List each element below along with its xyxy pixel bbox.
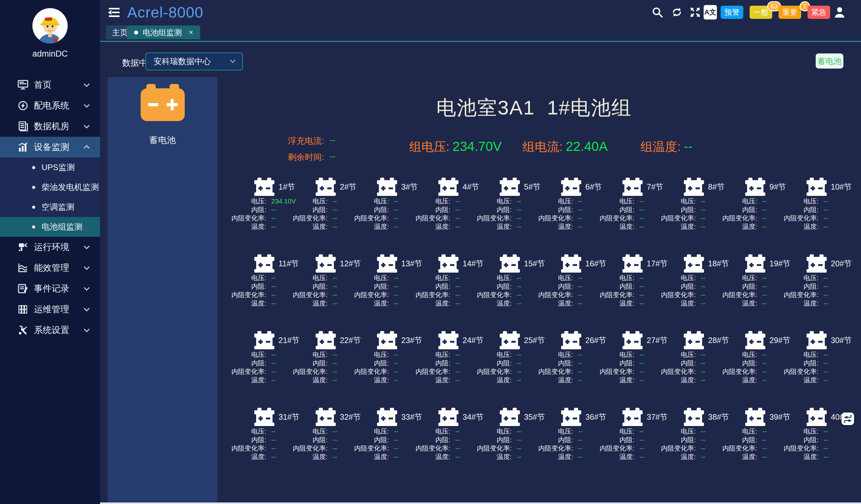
battery-cell[interactable]: 9#节 电压: -- 内阻: -- 内阻变化率: -- 温度: --	[727, 176, 788, 252]
battery-cell[interactable]: 2#节 电压: -- 内阻: -- 内阻变化率: -- 温度: --	[297, 176, 359, 252]
battery-cell[interactable]: 27#节 电压: -- 内阻: -- 内阻变化率: -- 温度: --	[604, 329, 666, 406]
resistance-value: --	[394, 206, 398, 213]
resistance-value: --	[271, 206, 276, 213]
tab-battery-monitoring[interactable]: 电池组监测 ×	[127, 26, 200, 39]
horizontal-scrollbar[interactable]	[100, 502, 861, 504]
sidebar-item-label: 配电系统	[34, 100, 69, 112]
battery-cell[interactable]: 40#节 电压: -- 内阻: -- 内阻变化率: -- 温度: --	[788, 406, 850, 482]
battery-cell[interactable]: 38#节 电压: -- 内阻: -- 内阻变化率: -- 温度: --	[666, 406, 727, 482]
battery-cell[interactable]: 36#节 电压: -- 内阻: -- 内阻变化率: -- 温度: --	[543, 406, 604, 482]
sidebar-item-operating-environment[interactable]: 运行环境	[0, 237, 100, 257]
resistance-value: --	[333, 206, 337, 213]
battery-cell[interactable]: 28#节 电压: -- 内阻: -- 内阻变化率: -- 温度: --	[666, 329, 727, 406]
alarm-button[interactable]: 一般 63	[750, 6, 772, 19]
resistance-rate-label: 内阻变化率:	[236, 291, 266, 299]
resistance-label: 内阻:	[236, 282, 266, 291]
resistance-value: --	[517, 283, 521, 290]
alarm-button[interactable]: 重要 7	[779, 6, 801, 19]
battery-cell[interactable]: 35#节 电压: -- 内阻: -- 内阻变化率: -- 温度: --	[481, 406, 543, 482]
sidebar-item-data-room[interactable]: 数据机房	[0, 116, 100, 137]
battery-cell[interactable]: 33#节 电压: -- 内阻: -- 内阻变化率: -- 温度: --	[359, 406, 420, 482]
battery-cell[interactable]: 20#节 电压: -- 内阻: -- 内阻变化率: -- 温度: --	[788, 252, 850, 329]
alarm-button-label: 预警	[724, 7, 739, 17]
voltage-label: 电压:	[543, 197, 573, 206]
voltage-value: --	[333, 351, 337, 359]
battery-type-button[interactable]: 蓄电池	[816, 54, 843, 69]
battery-cell[interactable]: 39#节 电压: -- 内阻: -- 内阻变化率: -- 温度: --	[727, 406, 788, 482]
battery-device-card[interactable]: 蓄电池	[108, 77, 217, 146]
display-settings-button[interactable]	[842, 412, 854, 425]
resistance-rate-value: --	[578, 445, 583, 452]
sidebar-item-operations-management[interactable]: 运维管理	[0, 299, 100, 320]
resistance-value: --	[394, 283, 398, 290]
battery-cell[interactable]: 25#节 电压: -- 内阻: -- 内阻变化率: -- 温度: --	[481, 329, 543, 406]
resistance-value: --	[762, 283, 767, 290]
battery-cell[interactable]: 10#节 电压: -- 内阻: -- 内阻变化率: -- 温度: --	[788, 176, 850, 252]
submenu-item-ups[interactable]: UPS监测	[0, 157, 100, 177]
close-tab-icon[interactable]: ×	[189, 28, 193, 37]
energy-chart-icon	[18, 263, 28, 273]
battery-cell[interactable]: 15#节 电压: -- 内阻: -- 内阻变化率: -- 温度: --	[481, 252, 543, 329]
sidebar-item-home[interactable]: 首页	[0, 74, 100, 95]
battery-cell[interactable]: 22#节 电压: -- 内阻: -- 内阻变化率: -- 温度: --	[297, 329, 359, 406]
alarm-button[interactable]: 预警	[721, 6, 743, 19]
battery-cell-icon	[438, 254, 459, 272]
submenu-item-diesel-generator[interactable]: 柴油发电机监测	[0, 177, 100, 197]
resistance-value: --	[271, 359, 276, 367]
battery-cell[interactable]: 21#节 电压: -- 内阻: -- 内阻变化率: -- 温度: --	[236, 329, 297, 406]
battery-cell[interactable]: 24#节 电压: -- 内阻: -- 内阻变化率: -- 温度: --	[420, 329, 481, 406]
submenu-item-battery-monitoring[interactable]: 电池组监测	[0, 217, 100, 237]
battery-cell[interactable]: 4#节 电压: -- 内阻: -- 内阻变化率: -- 温度: --	[420, 176, 481, 252]
resistance-rate-value: --	[823, 214, 828, 222]
battery-cell[interactable]: 5#节 电压: -- 内阻: -- 内阻变化率: -- 温度: --	[481, 176, 543, 252]
refresh-button[interactable]	[671, 6, 683, 18]
submenu-item-air-conditioning[interactable]: 空调监测	[0, 197, 100, 217]
battery-cell[interactable]: 18#节 电压: -- 内阻: -- 内阻变化率: -- 温度: --	[666, 252, 727, 329]
chevron-down-icon	[230, 57, 235, 63]
battery-cell[interactable]: 34#节 电压: -- 内阻: -- 内阻变化率: -- 温度: --	[420, 406, 481, 482]
battery-cell[interactable]: 3#节 电压: -- 内阻: -- 内阻变化率: -- 温度: --	[359, 176, 420, 252]
battery-cell[interactable]: 30#节 电压: -- 内阻: -- 内阻变化率: -- 温度: --	[788, 329, 850, 406]
battery-cell[interactable]: 31#节 电压: -- 内阻: -- 内阻变化率: -- 温度: --	[236, 406, 297, 482]
search-button[interactable]	[652, 6, 664, 18]
resistance-rate-label: 内阻变化率:	[236, 367, 266, 376]
translate-button[interactable]: A文	[703, 5, 717, 19]
datacenter-select[interactable]: 安科瑞数据中心	[146, 53, 243, 70]
user-menu-button[interactable]	[833, 6, 846, 18]
sidebar-item-system-settings[interactable]: 系统设置	[0, 320, 100, 340]
battery-cell[interactable]: 26#节 电压: -- 内阻: -- 内阻变化率: -- 温度: --	[543, 329, 604, 406]
sidebar-item-event-records[interactable]: 事件记录	[0, 278, 100, 299]
battery-cell[interactable]: 37#节 电压: -- 内阻: -- 内阻变化率: -- 温度: --	[604, 406, 666, 482]
avatar[interactable]	[32, 8, 68, 43]
battery-cell[interactable]: 11#节 电压: -- 内阻: -- 内阻变化率: -- 温度: --	[236, 252, 297, 329]
resistance-rate-label: 内阻变化率:	[481, 444, 512, 453]
resistance-rate-value: --	[640, 214, 644, 222]
battery-cell[interactable]: 12#节 电压: -- 内阻: -- 内阻变化率: -- 温度: --	[297, 252, 359, 329]
battery-cell[interactable]: 13#节 电压: -- 内阻: -- 内阻变化率: -- 温度: --	[359, 252, 420, 329]
battery-cell[interactable]: 7#节 电压: -- 内阻: -- 内阻变化率: -- 温度: --	[604, 176, 666, 252]
sidebar-item-energy-management[interactable]: 能效管理	[0, 257, 100, 278]
battery-cell[interactable]: 6#节 电压: -- 内阻: -- 内阻变化率: -- 温度: --	[543, 176, 604, 252]
sidebar-item-power-distribution[interactable]: 配电系统	[0, 95, 100, 116]
alarm-button[interactable]: 紧急	[807, 6, 830, 19]
resistance-rate-label: 内阻变化率:	[543, 444, 573, 453]
fullscreen-button[interactable]	[689, 6, 701, 18]
battery-cell[interactable]: 1#节 电压: 234.10V 内阻: -- 内阻变化率: -- 温度: --	[236, 176, 297, 252]
battery-cell[interactable]: 19#节 电压: -- 内阻: -- 内阻变化率: -- 温度: --	[727, 252, 788, 329]
resistance-rate-label: 内阻变化率:	[420, 214, 450, 223]
battery-cell[interactable]: 32#节 电压: -- 内阻: -- 内阻变化率: -- 温度: --	[297, 406, 359, 482]
voltage-value: --	[394, 351, 398, 359]
collapse-sidebar-button[interactable]	[107, 7, 120, 18]
battery-cell-label: 17#节	[647, 258, 668, 269]
battery-cell-icon	[684, 331, 704, 349]
battery-cell[interactable]: 17#节 电压: -- 内阻: -- 内阻变化率: -- 温度: --	[604, 252, 666, 329]
battery-cell[interactable]: 29#节 电压: -- 内阻: -- 内阻变化率: -- 温度: --	[727, 329, 788, 406]
battery-cell[interactable]: 23#节 电压: -- 内阻: -- 内阻变化率: -- 温度: --	[359, 329, 420, 406]
battery-cell[interactable]: 16#节 电压: -- 内阻: -- 内阻变化率: -- 温度: --	[543, 252, 604, 329]
battery-cell[interactable]: 8#节 电压: -- 内阻: -- 内阻变化率: -- 温度: --	[666, 176, 727, 252]
battery-cell[interactable]: 14#节 电压: -- 内阻: -- 内阻变化率: -- 温度: --	[420, 252, 481, 329]
temperature-label: 温度:	[359, 376, 389, 384]
sidebar-item-device-monitoring[interactable]: 设备监测	[0, 137, 100, 157]
resistance-label: 内阻:	[359, 359, 389, 367]
voltage-label: 电压:	[297, 350, 328, 359]
